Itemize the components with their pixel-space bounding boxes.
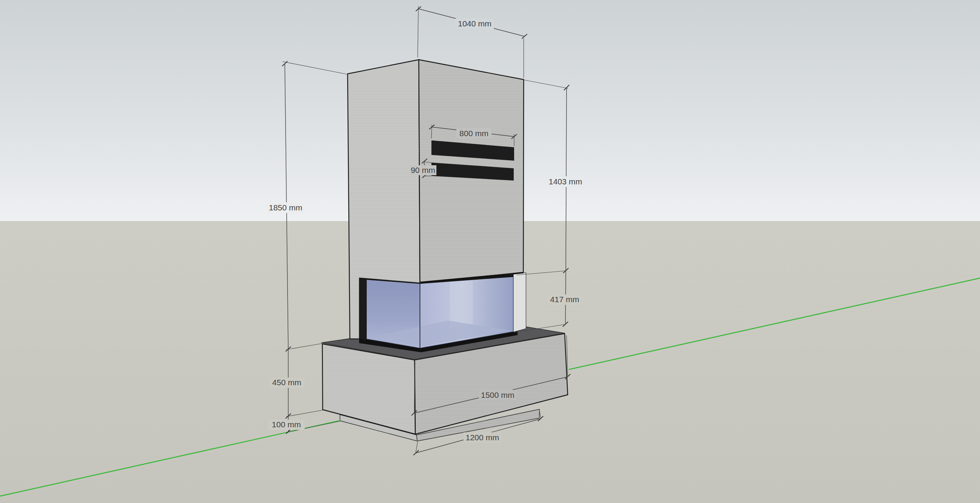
dimension-1040-label: 1040 mm [458,19,492,28]
dimension-800-label: 800 mm [459,129,488,138]
dimension-1403-label: 1403 mm [549,177,582,186]
firebox-interior-back-wall-highlight [450,277,473,328]
dimension-417-label: 417 mm [550,295,579,304]
dimension-1200-label: 1200 mm [466,433,499,442]
firebox-right-jamb[interactable] [513,273,526,332]
dimension-100-label: 100 mm [272,420,301,429]
model-viewport[interactable]: 1040 mm 800 mm 90 mm 1403 mm 417 m [0,0,980,503]
dimension-1500-label: 1500 mm [481,391,514,399]
dimension-1850-label: 1850 mm [269,203,302,212]
dimension-450-label: 450 mm [272,378,301,387]
firebox-frame-left-post [359,276,367,340]
dimension-90-label: 90 mm [411,166,435,174]
